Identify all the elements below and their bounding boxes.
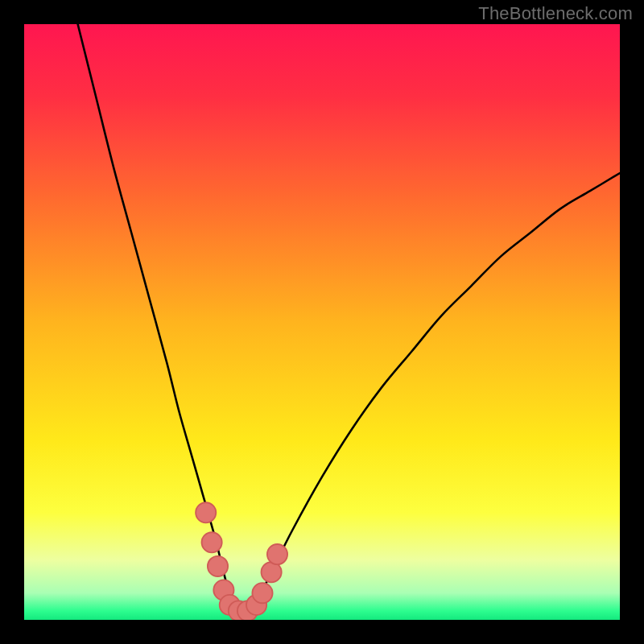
curve-marker — [208, 556, 228, 576]
plot-area — [24, 24, 620, 620]
chart-frame: TheBottleneck.com — [0, 0, 644, 644]
curve-marker — [202, 532, 222, 552]
curve-markers — [196, 502, 287, 620]
watermark-text: TheBottleneck.com — [478, 3, 633, 24]
bottleneck-curve — [78, 24, 620, 615]
curve-marker — [267, 544, 287, 564]
bottleneck-curve-layer — [24, 24, 620, 620]
curve-marker — [196, 502, 216, 522]
curve-marker — [252, 583, 272, 603]
